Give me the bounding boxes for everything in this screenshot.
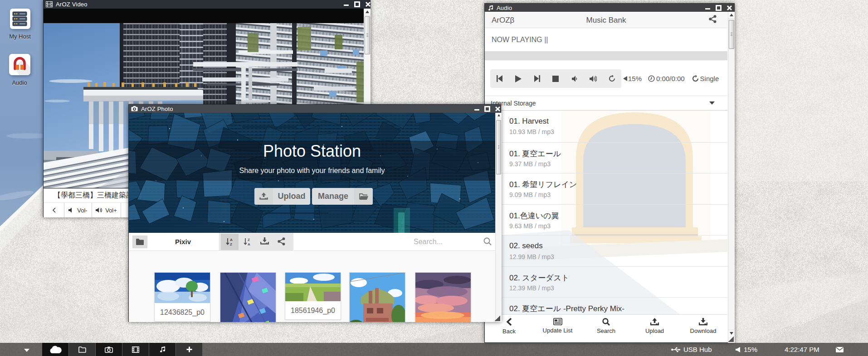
svg-text:A: A [230,238,233,242]
svg-text:Z: Z [230,242,232,246]
svg-text:A: A [248,242,250,246]
svg-text:Z: Z [248,238,250,242]
